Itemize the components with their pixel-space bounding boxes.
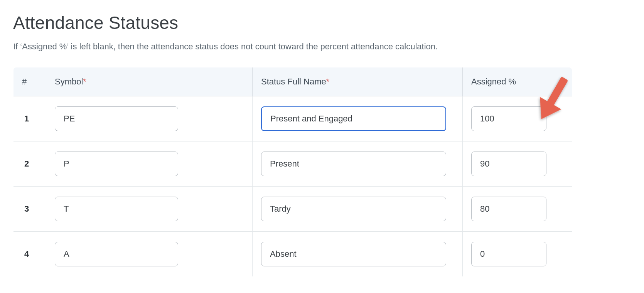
row-number: 4 bbox=[13, 232, 46, 277]
row-number: 3 bbox=[13, 187, 46, 232]
status-name-input[interactable] bbox=[261, 242, 446, 266]
assigned-percent-input[interactable] bbox=[471, 106, 546, 131]
column-header-symbol-label: Symbol bbox=[55, 77, 83, 86]
attendance-status-table: # Symbol* Status Full Name* Assigned % 1 bbox=[13, 67, 572, 277]
column-header-number: # bbox=[13, 67, 46, 96]
page-description: If ‘Assigned %’ is left blank, then the … bbox=[13, 42, 631, 52]
column-header-status-name-label: Status Full Name bbox=[261, 77, 326, 86]
column-header-symbol: Symbol* bbox=[46, 67, 253, 96]
symbol-input[interactable] bbox=[55, 197, 178, 221]
symbol-input[interactable] bbox=[55, 242, 178, 266]
table-row: 1 bbox=[13, 96, 572, 141]
assigned-percent-input[interactable] bbox=[471, 197, 546, 221]
row-number: 1 bbox=[13, 96, 46, 141]
assigned-percent-input[interactable] bbox=[471, 242, 546, 266]
table-row: 4 bbox=[13, 232, 572, 277]
column-header-assigned-pct-label: Assigned % bbox=[471, 77, 516, 86]
row-number: 2 bbox=[13, 141, 46, 187]
status-name-input[interactable] bbox=[261, 197, 446, 221]
status-name-input[interactable] bbox=[261, 106, 446, 131]
page-title: Attendance Statuses bbox=[13, 12, 631, 33]
column-header-number-label: # bbox=[22, 77, 27, 86]
table-row: 2 bbox=[13, 141, 572, 187]
status-name-input[interactable] bbox=[261, 152, 446, 176]
column-header-assigned-pct: Assigned % bbox=[463, 67, 572, 96]
required-asterisk-icon: * bbox=[83, 77, 86, 86]
symbol-input[interactable] bbox=[55, 106, 178, 131]
column-header-status-name: Status Full Name* bbox=[253, 67, 463, 96]
required-asterisk-icon: * bbox=[326, 77, 330, 86]
assigned-percent-input[interactable] bbox=[471, 152, 546, 176]
table-row: 3 bbox=[13, 187, 572, 232]
symbol-input[interactable] bbox=[55, 152, 178, 176]
